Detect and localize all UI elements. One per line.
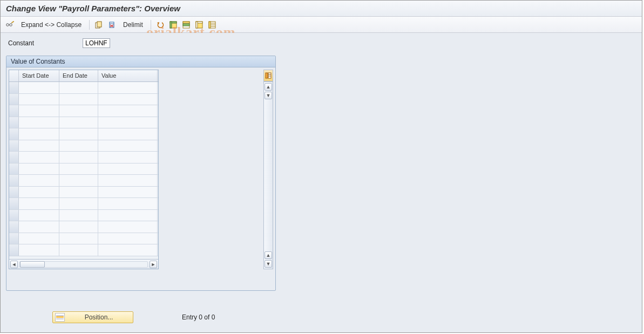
row-selector[interactable]: [9, 128, 19, 140]
row-selector[interactable]: [9, 163, 19, 175]
svg-rect-11: [170, 22, 172, 28]
scroll-up-icon[interactable]: ▲: [265, 83, 272, 91]
cell[interactable]: [19, 163, 59, 175]
row-selector[interactable]: [9, 140, 19, 152]
col-start-date[interactable]: Start Date: [19, 70, 59, 81]
delimit-button[interactable]: Delimit: [120, 20, 146, 30]
cell[interactable]: [19, 82, 59, 93]
row-selector-header[interactable]: [9, 70, 19, 81]
scroll-page-up-icon[interactable]: ▼: [265, 92, 272, 99]
row-selector[interactable]: [9, 210, 19, 221]
row-selector[interactable]: [9, 94, 19, 105]
cell[interactable]: [19, 221, 59, 233]
cell[interactable]: [98, 152, 158, 163]
table-row: [9, 94, 158, 106]
row-selector[interactable]: [9, 233, 19, 244]
position-button[interactable]: Position...: [52, 311, 133, 323]
scroll-right-icon[interactable]: ►: [150, 261, 157, 268]
constant-value[interactable]: LOHNF: [83, 38, 110, 48]
cell[interactable]: [98, 198, 158, 209]
cell[interactable]: [98, 82, 158, 93]
cell[interactable]: [19, 210, 59, 221]
deselect-all-icon[interactable]: [194, 20, 204, 30]
delete-icon[interactable]: [107, 20, 117, 30]
cell[interactable]: [59, 210, 98, 221]
cell[interactable]: [59, 128, 98, 140]
display-change-icon[interactable]: [5, 20, 15, 30]
cell[interactable]: [59, 221, 98, 233]
table-row: [9, 198, 158, 210]
cell[interactable]: [19, 152, 59, 163]
cell[interactable]: [98, 221, 158, 233]
row-selector[interactable]: [9, 105, 19, 117]
row-selector[interactable]: [9, 117, 19, 128]
scroll-left-icon[interactable]: ◄: [10, 261, 18, 268]
undo-icon[interactable]: [155, 20, 165, 30]
hscroll-track[interactable]: [19, 261, 148, 268]
content-area: Constant LOHNF Value of Constants Start …: [1, 33, 642, 329]
config-icon[interactable]: [207, 20, 217, 30]
cell[interactable]: [19, 140, 59, 152]
constant-label: Constant: [8, 39, 78, 47]
cell[interactable]: [59, 105, 98, 117]
table-row: [9, 233, 158, 245]
row-selector[interactable]: [9, 187, 19, 198]
row-selector[interactable]: [9, 175, 19, 186]
cell[interactable]: [59, 82, 98, 93]
col-value[interactable]: Value: [98, 70, 158, 81]
cell[interactable]: [59, 244, 98, 256]
cell[interactable]: [59, 117, 98, 128]
expand-collapse-button[interactable]: Expand <-> Collapse: [18, 20, 85, 30]
select-block-icon[interactable]: [181, 20, 191, 30]
cell[interactable]: [59, 198, 98, 209]
cell[interactable]: [98, 163, 158, 175]
cell[interactable]: [59, 175, 98, 186]
cell[interactable]: [19, 233, 59, 244]
cell[interactable]: [59, 94, 98, 105]
cell[interactable]: [19, 198, 59, 209]
cell[interactable]: [59, 233, 98, 244]
vertical-scrollbar[interactable]: ▲ ▼ ▲ ▼: [263, 81, 273, 269]
table-row: [9, 175, 158, 187]
cell[interactable]: [98, 210, 158, 221]
cell[interactable]: [59, 163, 98, 175]
table-row: [9, 82, 158, 94]
cell[interactable]: [19, 187, 59, 198]
row-selector[interactable]: [9, 198, 19, 209]
horizontal-scrollbar[interactable]: ◄ ►: [9, 259, 158, 269]
cell[interactable]: [98, 244, 158, 256]
select-all-icon[interactable]: [168, 20, 178, 30]
svg-rect-13: [183, 22, 189, 23]
scroll-down-icon[interactable]: ▼: [265, 260, 272, 268]
cell[interactable]: [98, 175, 158, 186]
cell[interactable]: [98, 187, 158, 198]
cell[interactable]: [19, 175, 59, 186]
cell[interactable]: [59, 140, 98, 152]
cell[interactable]: [98, 105, 158, 117]
cell[interactable]: [98, 233, 158, 244]
cell[interactable]: [98, 117, 158, 128]
cell[interactable]: [19, 117, 59, 128]
svg-rect-24: [266, 73, 268, 78]
position-icon: [55, 313, 65, 322]
app-window: Change View "Payroll Parameters": Overvi…: [0, 0, 642, 333]
cell[interactable]: [59, 187, 98, 198]
row-selector[interactable]: [9, 152, 19, 163]
cell[interactable]: [19, 105, 59, 117]
table-settings-icon[interactable]: [263, 70, 273, 81]
row-selector[interactable]: [9, 221, 19, 233]
cell[interactable]: [59, 152, 98, 163]
cell[interactable]: [98, 140, 158, 152]
col-end-date[interactable]: End Date: [59, 70, 98, 81]
cell[interactable]: [19, 244, 59, 256]
row-selector[interactable]: [9, 82, 19, 93]
hscroll-thumb[interactable]: [20, 261, 45, 268]
copy-icon[interactable]: [94, 20, 104, 30]
scroll-page-down-icon[interactable]: ▲: [265, 251, 272, 259]
panel-title: Value of Constants: [6, 56, 275, 67]
cell[interactable]: [98, 128, 158, 140]
cell[interactable]: [19, 94, 59, 105]
cell[interactable]: [98, 94, 158, 105]
cell[interactable]: [19, 128, 59, 140]
row-selector[interactable]: [9, 244, 19, 256]
